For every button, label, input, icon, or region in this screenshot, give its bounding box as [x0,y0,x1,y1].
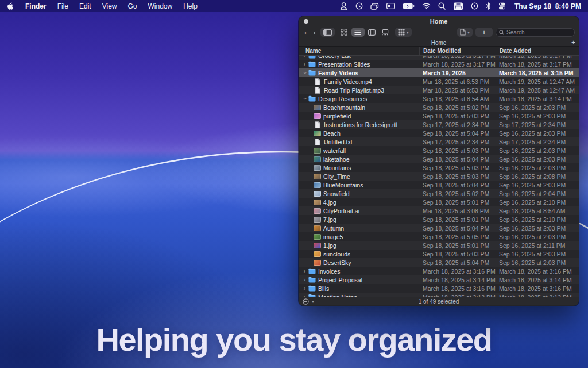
menu-item-view[interactable]: View [102,2,117,10]
file-row[interactable]: ›BillsMarch 18, 2025 at 3:16 PMMarch 18,… [299,284,579,293]
disclosure-closed-icon[interactable]: › [301,56,308,59]
file-row[interactable]: AutumnSep 18, 2025 at 5:04 PMSep 16, 202… [299,224,579,232]
date-modified-cell: Sep 18, 2025 at 5:03 PM [419,164,496,171]
icon-view-button[interactable] [338,28,351,37]
disclosure-closed-icon[interactable]: › [301,286,308,292]
file-row[interactable]: SnowfieldSep 18, 2025 at 5:02 PMSep 16, … [299,189,579,198]
file-row[interactable]: Family Video.mp4Mar 18, 2025 at 6:53 PMM… [299,77,579,86]
menu-item-go[interactable]: Go [128,2,137,10]
file-row[interactable]: Untitled.txtSep 17, 2025 at 2:34 PMSep 1… [299,137,579,146]
group-by-button[interactable]: ▾ [395,28,412,37]
image-thumbnail-icon [314,217,321,223]
file-name-cell: Autumn [299,225,419,232]
file-name-cell: Beachmountain [299,104,419,111]
date-modified-cell: Sep 18, 2025 at 8:54 AM [419,95,496,102]
sidebar-toggle-button[interactable] [320,28,335,37]
assistant-icon[interactable] [339,2,348,10]
column-view-button[interactable] [365,28,378,37]
tab-home[interactable]: Home [431,40,447,46]
action-menu-button[interactable]: ▾ [457,28,473,37]
file-row[interactable]: Road Trip Playlist.mp3Mar 18, 2025 at 6:… [299,86,579,94]
battery-charging-icon[interactable] [403,2,415,10]
date-added-cell: Sep 16, 2025 at 2:03 PM [496,259,579,266]
date-added-cell: Sep 16, 2025 at 2:04 PM [496,190,579,197]
menu-item-edit[interactable]: Edit [79,2,91,10]
file-row[interactable]: 1.jpgSep 18, 2025 at 5:01 PMSep 16, 2025… [299,241,579,250]
column-header-date-modified[interactable]: Date Modified [419,47,496,55]
spotlight-icon[interactable] [438,2,446,10]
get-info-button[interactable]: i [475,28,493,37]
file-row[interactable]: BeachmountainSep 18, 2025 at 5:02 PMSep … [299,103,579,112]
gallery-view-button[interactable] [379,28,392,37]
control-stack-icon[interactable] [498,2,506,10]
date-modified-cell: March 18, 2025 at 3:17 PM [419,61,496,68]
file-row[interactable]: BlueMountainsSep 18, 2025 at 5:04 PMSep … [299,181,579,189]
mission-control-icon[interactable] [370,2,379,10]
menu-item-help[interactable]: Help [183,2,198,10]
column-header-name[interactable]: Name [299,48,419,54]
menu-bar-clock[interactable]: Thu Sep 18 8:40 PM [514,2,581,10]
finder-active-icon[interactable] [453,2,463,10]
disclosure-open-icon[interactable]: › [302,70,308,76]
date-added-cell: Sep 16, 2025 at 2:03 PM [496,182,579,189]
disclosure-closed-icon[interactable]: › [301,62,308,67]
wifi-icon[interactable] [422,2,431,10]
screen-record-icon[interactable] [471,2,478,10]
disclosure-closed-icon[interactable]: › [301,277,308,283]
file-name: Beachmountain [323,104,365,111]
disclosure-closed-icon[interactable]: › [301,269,308,274]
file-row[interactable]: MountainsSep 18, 2025 at 5:03 PMSep 16, … [299,163,579,172]
date-added-cell: Sep 18, 2025 at 8:54 AM [496,208,579,214]
window-title-bar[interactable]: Home [299,16,579,26]
disclosure-open-icon[interactable]: › [302,95,308,102]
display-card-icon[interactable] [386,2,395,10]
file-row[interactable]: Instructions for Redesign.rtfSep 17, 202… [299,120,579,129]
file-row[interactable]: ›Family VideosMarch 19, 2025March 18, 20… [299,68,579,77]
file-row[interactable]: BeachSep 18, 2025 at 5:04 PMSep 16, 2025… [299,129,579,137]
file-row[interactable]: purplefieldSep 18, 2025 at 5:03 PMSep 16… [299,112,579,120]
file-row[interactable]: ›Presentation SlidesMarch 18, 2025 at 3:… [299,60,579,68]
search-field[interactable]: Search [496,28,575,37]
file-row[interactable]: 7.jpgSep 18, 2025 at 5:01 PMSep 16, 2025… [299,215,579,224]
file-row[interactable]: 4.jpgSep 18, 2025 at 5:01 PMSep 16, 2025… [299,198,579,206]
new-tab-button[interactable]: + [571,39,575,47]
file-name-cell: Untitled.txt [299,139,419,145]
column-header-date-added[interactable]: Date Added [496,47,579,55]
file-row[interactable]: CityPortrait.aiMar 18, 2025 at 3:08 PMSe… [299,206,579,215]
date-added-cell: Sep 16, 2025 at 2:03 PM [496,104,579,111]
file-row[interactable]: ›Project ProposalMarch 18, 2025 at 3:14 … [299,275,579,284]
file-name-cell: 1.jpg [299,242,419,249]
file-row[interactable]: suncloudsSep 18, 2025 at 5:03 PMSep 16, … [299,250,579,258]
file-row[interactable]: laketahoeSep 18, 2025 at 5:04 PMSep 16, … [299,155,579,163]
date-modified-cell: Sep 18, 2025 at 5:04 PM [419,156,496,163]
list-view-button[interactable] [351,28,365,37]
bluetooth-icon[interactable] [486,2,491,10]
chevron-down-icon: ▾ [407,30,409,35]
menu-item-file[interactable]: File [57,2,68,10]
file-row[interactable]: waterfallSep 18, 2025 at 5:03 PMSep 16, … [299,146,579,155]
file-row[interactable]: ›InvoicesMarch 18, 2025 at 3:16 PMMarch … [299,267,579,275]
apple-logo-icon[interactable] [7,2,14,10]
date-added-cell: Sep 16, 2025 at 2:03 PM [496,251,579,258]
file-name-cell: ›Family Videos [299,70,419,76]
forward-button[interactable]: › [311,29,317,36]
file-name-cell: CityPortrait.ai [299,208,419,214]
menu-item-window[interactable]: Window [148,2,173,10]
file-row[interactable]: ›Grocery ListMarch 18, 2025 at 3:17 PMMa… [299,56,579,60]
caption-text: Helping you stay organized [0,321,588,358]
path-dropdown-button[interactable]: ▾ [303,298,314,305]
menu-item-finder[interactable]: Finder [25,2,47,10]
file-row[interactable]: DesertSkySep 18, 2025 at 5:04 PMSep 16, … [299,258,579,267]
date-modified-cell: Sep 18, 2025 at 5:01 PM [419,242,496,249]
image-thumbnail-icon [314,105,321,110]
file-name-cell: DesertSky [299,259,419,266]
file-row[interactable]: ›Meeting NotesMarch 18, 2025 at 3:13 PMM… [299,293,579,297]
clock-icon[interactable] [355,2,363,10]
file-row[interactable]: City_TimeSep 18, 2025 at 5:03 PMSep 16, … [299,172,579,181]
window-control-button[interactable] [304,19,308,24]
file-name: laketahoe [323,156,350,163]
file-row[interactable]: image5Sep 18, 2025 at 5:05 PMSep 16, 202… [299,232,579,241]
file-name: Beach [323,130,341,137]
file-row[interactable]: ›Design ResourcesSep 18, 2025 at 8:54 AM… [299,94,579,103]
back-button[interactable]: ‹ [303,29,308,36]
